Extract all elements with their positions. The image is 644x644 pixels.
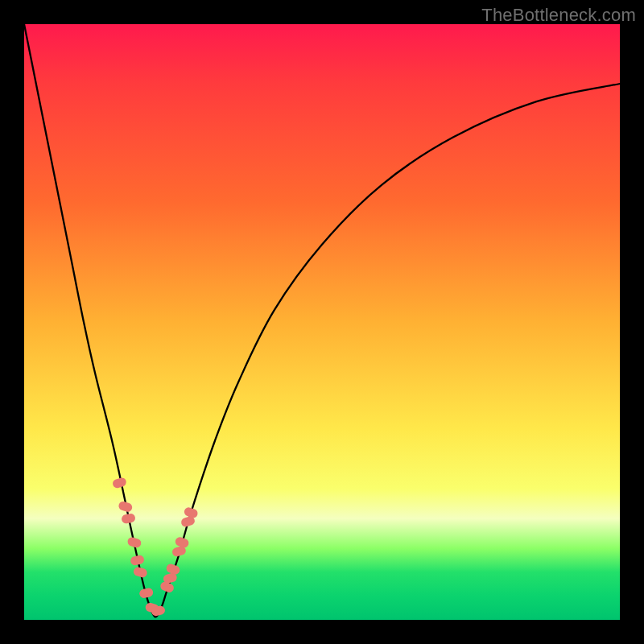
marker	[174, 536, 190, 549]
bottleneck-curve	[24, 24, 620, 617]
marker	[118, 501, 134, 514]
marker	[121, 513, 136, 524]
watermark-text: TheBottleneck.com	[481, 5, 636, 26]
marker	[112, 477, 127, 489]
chart-svg	[24, 24, 620, 620]
marker	[126, 536, 142, 548]
marker	[130, 555, 145, 566]
marker	[138, 587, 154, 599]
marker	[183, 506, 199, 519]
chart-frame: TheBottleneck.com	[0, 0, 644, 644]
marker	[165, 563, 181, 576]
plot-area	[24, 24, 620, 620]
marker	[133, 566, 148, 578]
